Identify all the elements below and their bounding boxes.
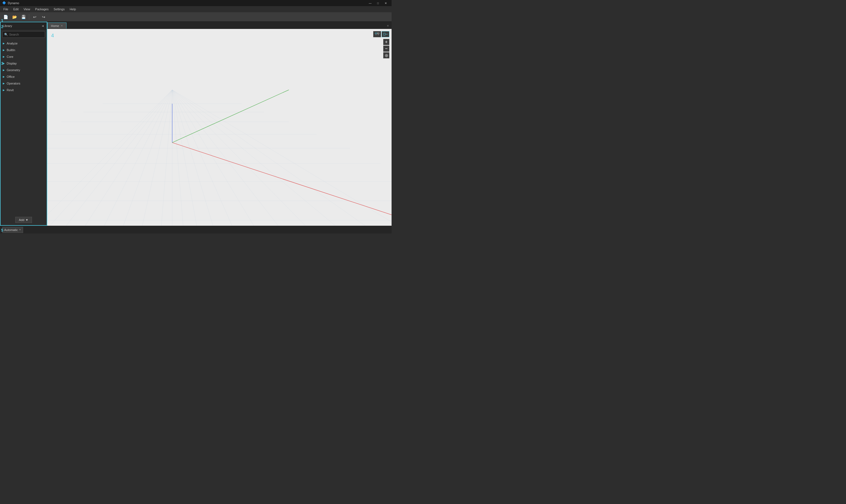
open-file-button[interactable]: 📂	[11, 13, 18, 21]
svg-rect-36	[384, 33, 385, 35]
zoom-out-button[interactable]: −	[383, 46, 389, 52]
app-icon: 🔷	[2, 1, 6, 5]
perspective-view-button[interactable]	[373, 31, 381, 37]
library-item-office[interactable]: ▶ Office	[1, 73, 47, 80]
arrow-core: ▶	[3, 55, 5, 58]
label-geometry: Geometry	[7, 68, 20, 72]
sidebar-pin-button[interactable]: ◀	[41, 24, 45, 28]
library-item-display[interactable]: ▶ Display	[1, 60, 47, 67]
menu-packages[interactable]: Packages	[33, 6, 51, 12]
content-area: Home ✕ ≡ .grid-line { stroke: #c8d4e0; s…	[47, 22, 392, 226]
label-operators: Operators	[7, 82, 20, 85]
title-bar-left: 🔷 Dynamo	[2, 1, 19, 5]
sidebar: Library ◀ 🔍 ▶ Analyze ▶	[0, 22, 47, 226]
sidebar-controls: ◀	[41, 24, 45, 28]
maximize-button[interactable]: □	[374, 1, 382, 5]
execution-dropdown[interactable]: Automatic ▼	[2, 227, 23, 233]
tab-home[interactable]: Home ✕	[47, 22, 67, 29]
svg-rect-32	[375, 33, 377, 34]
arrow-office: ▶	[3, 75, 5, 78]
arrow-operators: ▶	[3, 82, 5, 85]
close-button[interactable]: ✕	[382, 1, 389, 5]
tab-menu-button[interactable]: ≡	[385, 23, 390, 28]
add-dropdown-arrow: ▼	[25, 218, 28, 221]
title-bar: 🔷 Dynamo — □ ✕	[0, 0, 392, 6]
vp-top-row	[373, 31, 389, 37]
menu-settings[interactable]: Settings	[51, 6, 67, 12]
label-core: Core	[7, 55, 13, 58]
label-builtin: BuiltIn	[7, 48, 15, 52]
app-title: Dynamo	[8, 1, 19, 5]
arrow-geometry: ▶	[3, 69, 5, 71]
dropdown-arrow-icon: ▼	[19, 229, 21, 231]
svg-rect-33	[377, 33, 379, 34]
search-input[interactable]	[2, 31, 45, 38]
label-display: Display	[7, 62, 17, 65]
menu-file[interactable]: File	[1, 6, 11, 12]
tab-bar: Home ✕ ≡	[47, 22, 392, 29]
frame-marker-3: 3	[1, 61, 3, 66]
frame-marker-1: 1	[1, 18, 3, 23]
redo-button[interactable]: ↪	[40, 13, 48, 21]
library-item-geometry[interactable]: ▶ Geometry	[1, 67, 47, 73]
undo-button[interactable]: ↩	[31, 13, 39, 21]
viewport[interactable]: .grid-line { stroke: #c8d4e0; stroke-wid…	[47, 29, 392, 226]
sidebar-title: Library	[3, 24, 12, 28]
menu-help[interactable]: Help	[67, 6, 78, 12]
tab-home-label: Home	[51, 24, 59, 28]
status-bar: Automatic ▼	[0, 226, 392, 234]
sidebar-header: Library ◀	[1, 22, 47, 30]
app-window: 🔷 Dynamo — □ ✕ File Edit View Packages S…	[0, 0, 392, 234]
title-bar-controls: — □ ✕	[367, 1, 389, 5]
frame-marker-2: 2	[1, 24, 3, 29]
toolbar-separator	[29, 14, 29, 20]
minimize-button[interactable]: —	[367, 1, 374, 5]
zoom-in-button[interactable]: +	[383, 39, 389, 45]
arrow-builtin: ▶	[3, 49, 5, 51]
frame-marker-5: 5	[1, 228, 3, 232]
arrow-analyze: ▶	[3, 42, 5, 45]
library-item-operators[interactable]: ▶ Operators	[1, 80, 47, 87]
label-analyze: Analyze	[7, 42, 18, 45]
grid-svg: .grid-line { stroke: #c8d4e0; stroke-wid…	[47, 29, 392, 226]
tab-bar-actions: ≡	[385, 23, 392, 29]
execution-label: Automatic	[4, 228, 18, 232]
library-items: ▶ Analyze ▶ BuiltIn ▶ Core ▶ Display ▶	[1, 39, 47, 215]
library-item-revit[interactable]: ▶ Revit	[1, 87, 47, 93]
label-office: Office	[7, 75, 15, 78]
svg-rect-0	[47, 29, 392, 226]
search-container: 🔍	[1, 30, 47, 39]
arrow-revit: ▶	[3, 89, 5, 91]
library-item-builtin[interactable]: ▶ BuiltIn	[1, 47, 47, 53]
viewport-label: 4	[51, 33, 54, 39]
library-item-core[interactable]: ▶ Core	[1, 53, 47, 60]
menu-view[interactable]: View	[21, 6, 33, 12]
fit-view-button[interactable]: ⊕	[383, 52, 389, 58]
add-button[interactable]: Add ▼	[15, 217, 32, 223]
search-wrapper: 🔍	[2, 31, 45, 38]
middle-section: 1 2 3 5 Library ◀ 🔍 ▶	[0, 22, 392, 226]
ortho-view-button[interactable]	[382, 31, 389, 37]
tab-close-home[interactable]: ✕	[60, 24, 63, 27]
library-item-analyze[interactable]: ▶ Analyze	[1, 40, 47, 47]
menu-bar: File Edit View Packages Settings Help	[0, 6, 392, 12]
toolbar: 📄 📂 💾 ↩ ↪	[0, 12, 392, 22]
label-revit: Revit	[7, 88, 14, 92]
menu-edit[interactable]: Edit	[11, 6, 21, 12]
viewport-controls: + − ⊕	[373, 31, 389, 58]
add-btn-container: Add ▼	[1, 215, 47, 225]
save-file-button[interactable]: 💾	[19, 13, 27, 21]
